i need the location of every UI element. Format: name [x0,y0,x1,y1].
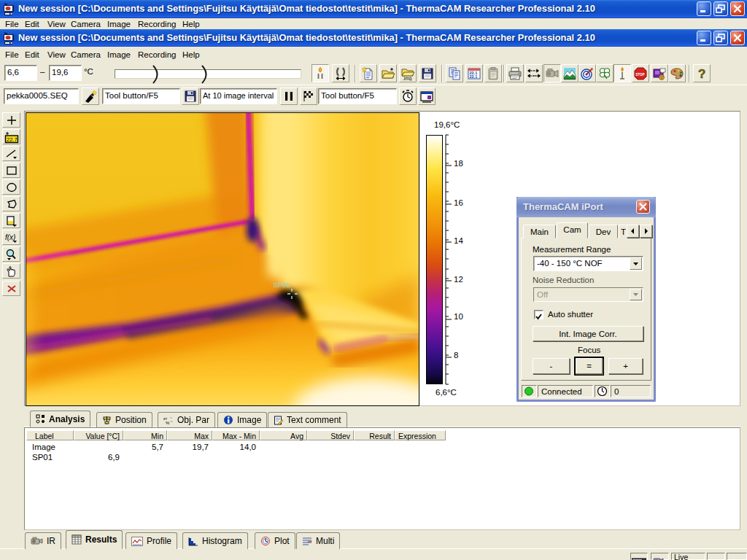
svg-text:SP01: SP01 [273,281,290,289]
svg-text:22.7: 22.7 [7,136,18,143]
svg-text:22.1: 22.1 [470,74,478,79]
svg-text:STOP: STOP [635,72,644,76]
svg-text:?: ? [698,67,705,81]
svg-text:.img: .img [403,76,412,81]
svg-text:%: % [166,421,170,425]
svg-text:f(x): f(x) [5,233,15,241]
